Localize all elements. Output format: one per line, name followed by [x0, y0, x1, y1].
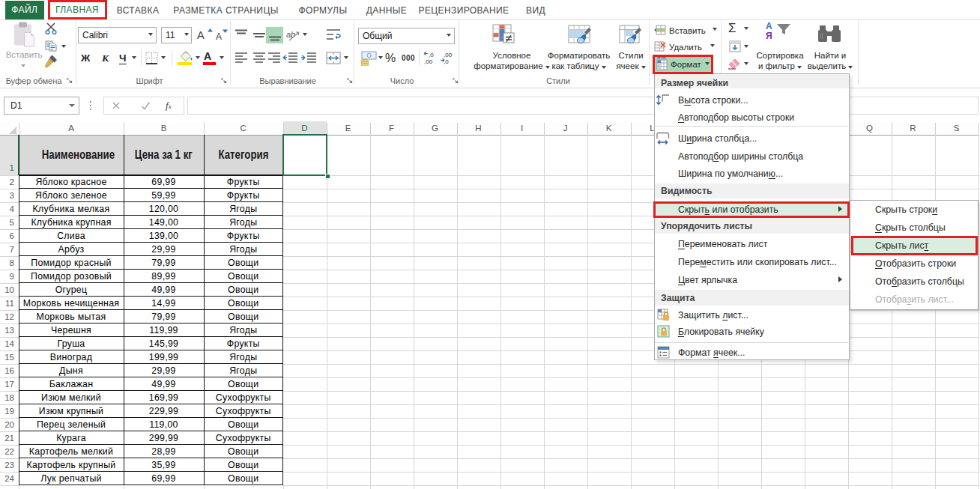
- svg-text:,00: ,00: [424, 58, 433, 65]
- svg-text:,0: ,0: [444, 58, 449, 65]
- svg-text:,0: ,0: [429, 52, 434, 58]
- svg-text:ab: ab: [286, 30, 295, 39]
- svg-text:,00: ,00: [444, 52, 453, 58]
